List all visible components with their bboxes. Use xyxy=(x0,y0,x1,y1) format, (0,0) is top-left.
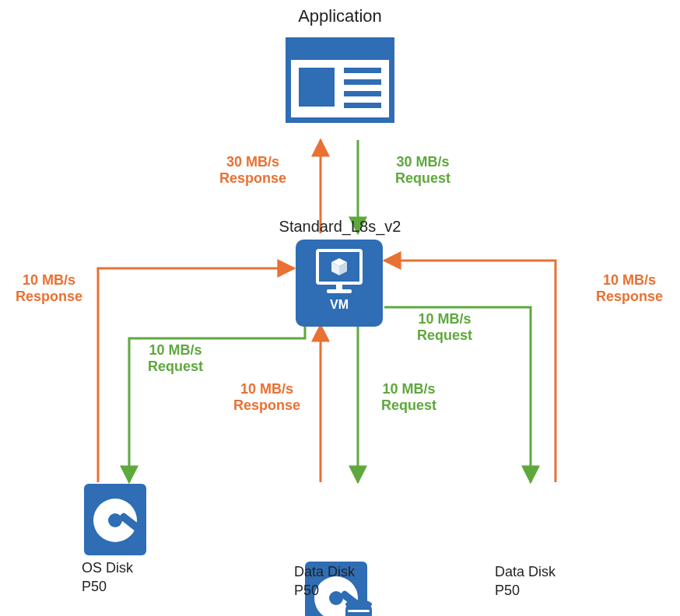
os-disk-icon xyxy=(84,484,151,562)
middle-disk-request-label: 10 MB/s Request xyxy=(381,381,436,414)
application-title: Application xyxy=(0,6,680,26)
right-disk-request-label: 10 MB/s Request xyxy=(417,311,472,344)
vm-sku-label: Standard_L8s_v2 xyxy=(0,218,680,236)
vm-icon: VM xyxy=(296,240,383,327)
application-icon xyxy=(286,37,394,123)
data-disk-2-tier: P50 xyxy=(495,583,520,599)
app-vm-request-label: 30 MB/s Request xyxy=(395,154,450,187)
os-disk-response-label: 10 MB/s Response xyxy=(16,272,82,305)
os-disk-request-label: 10 MB/s Request xyxy=(148,342,203,375)
middle-disk-response-label: 10 MB/s Response xyxy=(233,381,300,414)
data-disk-2-name: Data Disk xyxy=(495,564,556,580)
data-disk-1-tier: P50 xyxy=(294,583,319,599)
os-disk-name: OS Disk xyxy=(82,560,133,576)
os-disk-tier: P50 xyxy=(82,579,107,595)
app-vm-response-label: 30 MB/s Response xyxy=(219,154,286,187)
right-disk-response-label: 10 MB/s Response xyxy=(596,272,663,305)
vm-caption: VM xyxy=(330,298,349,312)
data-disk-1-name: Data Disk xyxy=(294,564,355,580)
